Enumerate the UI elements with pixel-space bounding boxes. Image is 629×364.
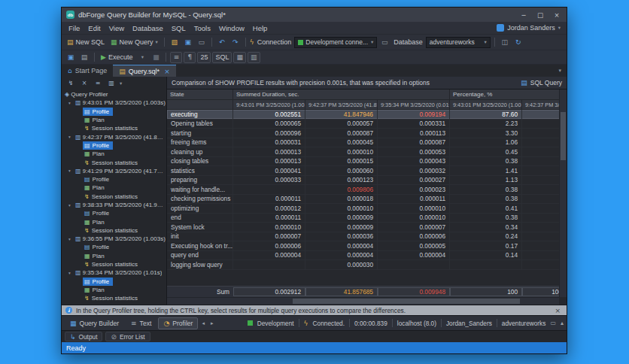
panel-layout-button[interactable]: ▥ bbox=[106, 78, 117, 89]
clear-results-button[interactable]: × bbox=[79, 78, 90, 89]
table-row[interactable]: executing0.00255141.8479460.00919487.60 bbox=[167, 110, 567, 120]
grid-view-button[interactable]: ▦ bbox=[233, 52, 246, 63]
print-button[interactable]: ▭ bbox=[196, 36, 208, 49]
tree-item-plan[interactable]: ▦Plan bbox=[62, 116, 166, 124]
state-column-header[interactable]: State bbox=[167, 89, 233, 99]
menu-item-help[interactable]: Help bbox=[249, 24, 272, 32]
tree-item-session-statistics[interactable]: ↯Session statistics bbox=[62, 193, 166, 201]
table-row[interactable]: freeing items0.0000310.0000450.0000871.0… bbox=[167, 138, 567, 148]
text-view-button[interactable]: ≡ Text bbox=[126, 317, 156, 329]
rows-limit-button[interactable]: 25 bbox=[197, 52, 211, 63]
expander-icon[interactable]: ▾ bbox=[68, 237, 74, 241]
table-row[interactable]: Opening tables0.0000650.0000570.0003312.… bbox=[167, 120, 567, 129]
menu-item-view[interactable]: View bbox=[105, 24, 128, 32]
tree-item-profile[interactable]: ▤Profile bbox=[62, 278, 166, 286]
nav-back-icon[interactable]: ◂ bbox=[199, 320, 207, 326]
title-bar[interactable]: db dbForge Query Builder for MySQL - Que… bbox=[62, 8, 567, 22]
tree-item-plan[interactable]: ▦Plan bbox=[62, 150, 166, 158]
chevron-down-icon[interactable]: ▾ bbox=[120, 80, 122, 86]
table-row[interactable]: Executing hook on tr...0.0000060.0000040… bbox=[167, 241, 567, 251]
format-paragraph-button[interactable]: ¶ bbox=[184, 52, 196, 63]
profiler-view-button[interactable]: ◔ Profiler bbox=[158, 317, 198, 329]
table-row[interactable]: closing tables0.0000130.0000150.0000430.… bbox=[167, 157, 567, 167]
save-all-button[interactable]: ▣ bbox=[65, 51, 77, 64]
sql-format-button[interactable]: SQL bbox=[212, 52, 232, 63]
tree-item-plan[interactable]: ▦Plan bbox=[62, 252, 166, 260]
expander-icon[interactable]: ▾ bbox=[68, 101, 74, 105]
tree-item-plan[interactable]: ▦Plan bbox=[62, 184, 166, 192]
redo-button[interactable]: ↷ bbox=[229, 36, 242, 49]
horizontal-scrollbar[interactable] bbox=[167, 297, 559, 305]
table-row[interactable]: starting0.0000960.0000870.0001133.30 bbox=[167, 129, 567, 138]
output-panel-button[interactable]: ↳ Output bbox=[65, 332, 102, 341]
tree-item-session-statistics[interactable]: ↯Session statistics bbox=[62, 260, 166, 268]
monitor-icon[interactable]: ▭ bbox=[550, 320, 556, 326]
menu-item-database[interactable]: Database bbox=[129, 24, 167, 32]
user-menu[interactable]: Jordan Sanders ▾ bbox=[497, 24, 564, 32]
duration-col-1-header[interactable]: 9:43:01 PM 3/25/2020 (1.003s) bbox=[233, 100, 305, 109]
new-query-button[interactable]: ▦ New Query ▾ bbox=[108, 36, 160, 49]
table-row[interactable]: optimizing0.0000120.0000100.0000100.41 bbox=[167, 204, 567, 214]
expander-icon[interactable]: ▾ bbox=[68, 271, 74, 275]
tree-root-node[interactable]: ◈Query Profiler bbox=[62, 90, 166, 99]
minimize-button[interactable]: ─ bbox=[515, 8, 532, 22]
execute-button[interactable]: ▶ Execute bbox=[99, 51, 135, 64]
table-row[interactable]: init0.0000070.0000360.0000060.24 bbox=[167, 232, 567, 242]
hint-close-icon[interactable]: × bbox=[552, 307, 563, 314]
tab-list-dropdown-icon[interactable]: ▾ bbox=[553, 68, 567, 74]
expander-icon[interactable]: ▾ bbox=[68, 203, 74, 208]
table-row[interactable]: logging slow query0.000030 bbox=[167, 260, 567, 270]
tree-item-plan[interactable]: ▦Plan bbox=[62, 217, 166, 226]
duration-group-header[interactable]: Summed Duration, sec. bbox=[233, 89, 450, 99]
cells-view-button[interactable]: ▥ bbox=[248, 52, 260, 63]
tree-item-session-statistics[interactable]: ↯Session statistics bbox=[62, 124, 166, 132]
tree-item-session-statistics[interactable]: ↯Session statistics bbox=[62, 158, 166, 166]
tree-item-plan[interactable]: ▦Plan bbox=[62, 286, 166, 294]
menu-item-edit[interactable]: Edit bbox=[84, 24, 104, 32]
tree-item-profile[interactable]: ▤Profile bbox=[62, 175, 166, 184]
tree-session-node[interactable]: ▾▥9:35:34 PM 3/25/2020 (1.01s) bbox=[62, 268, 166, 277]
menu-item-window[interactable]: Window bbox=[215, 24, 248, 32]
close-button[interactable]: × bbox=[548, 8, 565, 22]
open-file-button[interactable]: ▧ bbox=[169, 36, 181, 49]
edit-document-button[interactable]: ▤ bbox=[78, 51, 90, 64]
refresh-button[interactable]: ↻ bbox=[512, 36, 524, 49]
tree-item-session-statistics[interactable]: ↯Session statistics bbox=[62, 294, 166, 302]
result-list-button[interactable]: ≡ bbox=[93, 78, 103, 89]
database-select[interactable]: adventureworks ▾ bbox=[426, 37, 491, 48]
expander-icon[interactable]: ▾ bbox=[68, 168, 74, 173]
maximize-button[interactable]: □ bbox=[532, 8, 548, 22]
connection-properties-button[interactable]: ▭ bbox=[378, 36, 390, 49]
horizontal-scrollbar-thumb[interactable] bbox=[293, 299, 520, 304]
connection-select[interactable]: Development conne... ▾ bbox=[294, 37, 377, 48]
save-button[interactable]: ▣ bbox=[182, 36, 194, 49]
table-row[interactable]: cleaning up0.0000130.0000100.0000530.45 bbox=[167, 147, 567, 157]
table-row[interactable]: end0.0000110.0000090.0000100.38 bbox=[167, 214, 567, 223]
split-view-button[interactable]: ◫ bbox=[499, 36, 511, 49]
error-list-button[interactable]: ⊘ Error List bbox=[105, 332, 150, 341]
table-row[interactable]: waiting for handle...0.0098060.0000230.3… bbox=[167, 185, 567, 195]
menu-item-tools[interactable]: Tools bbox=[190, 24, 214, 32]
tree-item-profile[interactable]: ▤Profile bbox=[62, 243, 166, 251]
table-row[interactable]: preparing0.0000330.0001230.0000271.13 bbox=[167, 176, 567, 186]
format-lines-button[interactable]: ≡ bbox=[170, 52, 182, 63]
tree-item-session-statistics[interactable]: ↯Session statistics bbox=[62, 226, 166, 235]
menu-item-sql[interactable]: SQL bbox=[168, 24, 190, 32]
percentage-group-header[interactable]: Percentage, % bbox=[450, 89, 567, 99]
vertical-scrollbar-thumb[interactable] bbox=[561, 112, 566, 160]
table-row[interactable]: query end0.0000040.0000040.0000040.14 bbox=[167, 251, 567, 261]
table-row[interactable]: System lock0.0000100.0000090.0000070.34 bbox=[167, 223, 567, 232]
menu-item-file[interactable]: File bbox=[65, 24, 84, 32]
vertical-scrollbar[interactable] bbox=[559, 89, 567, 297]
table-row[interactable]: checking permissions0.0000110.0000180.00… bbox=[167, 195, 567, 205]
sql-query-button[interactable]: ▤ SQL Query bbox=[521, 79, 562, 86]
nav-forward-icon[interactable]: ▸ bbox=[208, 320, 216, 326]
profiling-mode-button[interactable]: ↯ bbox=[65, 78, 76, 89]
close-tab-icon[interactable]: × bbox=[164, 68, 170, 75]
percent-col-1-header[interactable]: 9:43:01 PM 3/25/2020 (1.003s) bbox=[450, 100, 522, 109]
tree-item-profile[interactable]: ▤Profile bbox=[62, 141, 166, 150]
query-builder-view-button[interactable]: ▦ Query Builder bbox=[65, 317, 124, 329]
tree-session-node[interactable]: ▾▥9:38:33 PM 3/25/2020 (41.974s) bbox=[62, 201, 166, 209]
tree-session-node[interactable]: ▾▥9:42:37 PM 3/25/2020 (41.858s) bbox=[62, 132, 166, 141]
duration-col-3-header[interactable]: 9:35:34 PM 3/25/2020 (0.01s) ▾ bbox=[378, 100, 450, 109]
